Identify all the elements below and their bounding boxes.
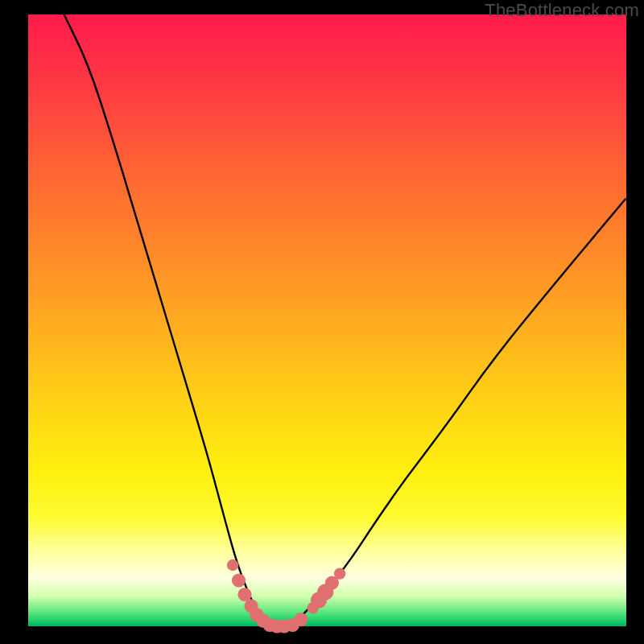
curve-marker bbox=[232, 573, 246, 587]
curve-line bbox=[64, 14, 626, 626]
curve-marker bbox=[294, 613, 308, 626]
watermark-text: TheBottleneck.com bbox=[485, 0, 639, 21]
curve-marker bbox=[334, 568, 345, 579]
plot-area bbox=[28, 14, 626, 626]
curve-markers bbox=[227, 559, 345, 634]
curve-marker bbox=[237, 588, 251, 601]
curve-marker bbox=[227, 559, 238, 571]
chart-frame: TheBottleneck.com bbox=[0, 0, 644, 644]
bottleneck-curve bbox=[28, 14, 626, 626]
